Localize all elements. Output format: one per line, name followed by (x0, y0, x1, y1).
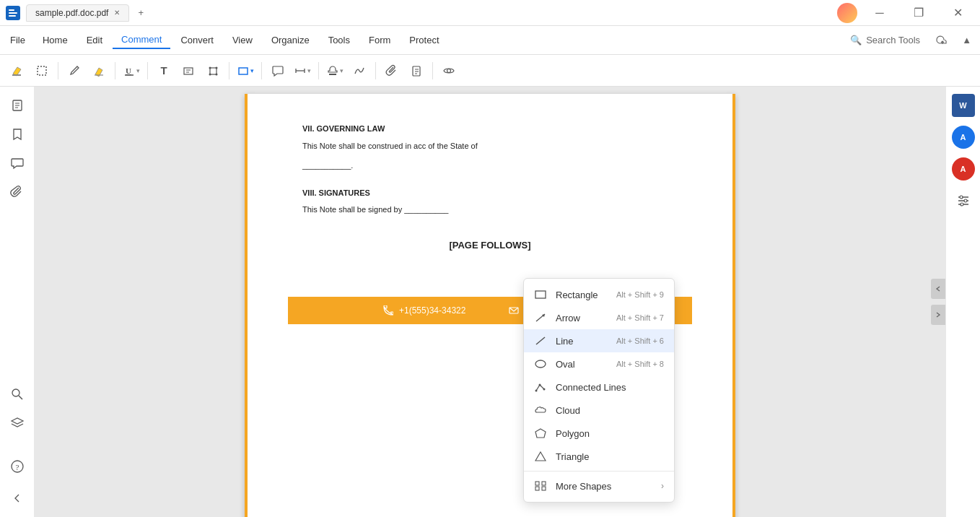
dropdown-item-cloud[interactable]: Cloud (524, 399, 674, 422)
menu-edit[interactable]: Edit (78, 32, 111, 48)
underline-tool[interactable]: U ▾ (120, 59, 143, 82)
svg-rect-47 (535, 487, 539, 490)
dropdown-item-line[interactable]: Line Alt + Shift + 6 (524, 329, 674, 352)
attach-tool[interactable] (380, 59, 403, 82)
text-box-icon (182, 64, 195, 77)
shape-tool[interactable]: ▾ (234, 59, 257, 82)
svg-rect-4 (12, 74, 21, 76)
oval-icon (534, 357, 547, 370)
settings-icon (956, 194, 971, 208)
panel-icon-ai[interactable]: A (950, 124, 976, 150)
menu-convert[interactable]: Convert (172, 32, 222, 48)
svg-rect-1 (9, 9, 14, 11)
menu-comment[interactable]: Comment (113, 31, 170, 49)
panel-icon-bookmarks[interactable] (4, 121, 30, 147)
menu-tools[interactable]: Tools (320, 32, 359, 48)
app-icon (6, 6, 20, 20)
page-follows-text: [PAGE FOLLOWS] (302, 238, 678, 253)
next-page-icon (935, 311, 942, 318)
more-shapes-icon (534, 479, 547, 492)
signature-tool[interactable] (348, 59, 371, 82)
rectangle-shortcut: Alt + Shift + 9 (616, 290, 664, 299)
cloud-save-button[interactable] (930, 31, 955, 50)
panel-icon-comments[interactable] (4, 150, 30, 176)
text-icon: T (160, 64, 167, 77)
cloud-icon (534, 404, 547, 417)
arrow-shortcut: Alt + Shift + 7 (616, 313, 664, 322)
menu-view[interactable]: View (224, 32, 261, 48)
eraser-tool[interactable] (87, 59, 110, 82)
panel-icon-pages[interactable] (4, 92, 30, 118)
pen-tool[interactable] (63, 59, 86, 82)
panel-icon-attachments[interactable] (4, 179, 30, 205)
prev-page-button[interactable] (931, 279, 945, 299)
text-box-tool[interactable] (177, 59, 200, 82)
new-tab-button[interactable]: + (132, 4, 149, 22)
shapes-dropdown-menu: Rectangle Alt + Shift + 9 Arrow Alt + Sh… (523, 278, 675, 503)
dropdown-item-connected-lines[interactable]: Connected Lines (524, 375, 674, 399)
pages-icon (10, 98, 25, 113)
shape-dropdown-arrow: ▾ (250, 67, 254, 74)
panel-icon-search[interactable] (4, 381, 30, 407)
dropdown-item-more-shapes[interactable]: More Shapes › (524, 474, 674, 498)
separator-8 (432, 62, 433, 79)
panel-collapse-button[interactable] (4, 485, 30, 511)
search-tools-button[interactable]: 🔍 Search Tools (841, 32, 929, 48)
dropdown-item-polygon[interactable]: Polygon (524, 422, 674, 445)
text-tool[interactable]: T (152, 59, 175, 82)
panel-icon-help[interactable]: ? (4, 453, 30, 479)
layers-icon (10, 416, 25, 430)
menu-protect[interactable]: Protect (401, 32, 447, 48)
menu-file[interactable]: File (3, 32, 32, 48)
svg-point-40 (535, 390, 538, 392)
pdf-text-content: VII. GOVERNING LAW This Note shall be co… (288, 108, 692, 282)
panel-icon-ai2[interactable]: A (950, 156, 976, 182)
svg-text:?: ? (15, 463, 19, 472)
section7-heading: VII. GOVERNING LAW (302, 123, 678, 136)
menu-organize[interactable]: Organize (263, 32, 318, 48)
note-tool[interactable] (405, 59, 428, 82)
line-icon (534, 334, 547, 347)
panel-settings[interactable] (950, 188, 976, 214)
svg-rect-3 (9, 15, 16, 17)
close-button[interactable]: ✕ (941, 0, 974, 26)
help-icon: ? (10, 459, 25, 474)
svg-point-41 (539, 384, 541, 386)
cloud-label: Cloud (556, 405, 580, 416)
panel-icon-word[interactable]: W (950, 92, 976, 118)
connected-lines-icon (534, 381, 547, 394)
profile-avatar[interactable] (837, 3, 857, 23)
dropdown-item-triangle[interactable]: Triangle (524, 445, 674, 468)
minimize-button[interactable]: ─ (863, 0, 896, 26)
cloud-upload-icon (936, 34, 949, 47)
select-tool[interactable] (30, 59, 53, 82)
menu-home[interactable]: Home (34, 32, 76, 48)
stamp-tool[interactable]: ▾ (323, 59, 346, 82)
section7-text: This Note shall be construed in acc of t… (302, 140, 678, 153)
dropdown-item-rectangle[interactable]: Rectangle Alt + Shift + 9 (524, 283, 674, 306)
pen-icon (68, 64, 81, 77)
crop-tool[interactable] (201, 59, 224, 82)
section7-line: ___________. (302, 160, 678, 173)
next-page-button[interactable] (931, 305, 945, 325)
measure-tool[interactable]: ▾ (291, 59, 314, 82)
collapse-button[interactable]: ▲ (956, 32, 977, 48)
email-icon (509, 305, 519, 316)
menu-form[interactable]: Form (360, 32, 399, 48)
eye-tool[interactable] (437, 59, 460, 82)
comment-tool[interactable] (266, 59, 289, 82)
highlight-tool[interactable] (6, 59, 29, 82)
dropdown-item-oval[interactable]: Oval Alt + Shift + 8 (524, 352, 674, 375)
svg-rect-17 (239, 68, 248, 74)
dropdown-item-arrow[interactable]: Arrow Alt + Shift + 7 (524, 306, 674, 329)
crop-icon (206, 64, 219, 77)
signature-icon (353, 64, 366, 77)
maximize-button[interactable]: ❐ (902, 0, 935, 26)
svg-rect-46 (542, 482, 546, 485)
triangle-label: Triangle (556, 451, 589, 462)
panel-icon-layers[interactable] (4, 410, 30, 436)
titlebar: sample.pdf.doc.pdf ✕ + ─ ❐ ✕ (0, 0, 980, 26)
svg-text:U: U (126, 66, 131, 75)
tab-close-button[interactable]: ✕ (114, 9, 120, 17)
active-tab[interactable]: sample.pdf.doc.pdf ✕ (26, 4, 129, 22)
